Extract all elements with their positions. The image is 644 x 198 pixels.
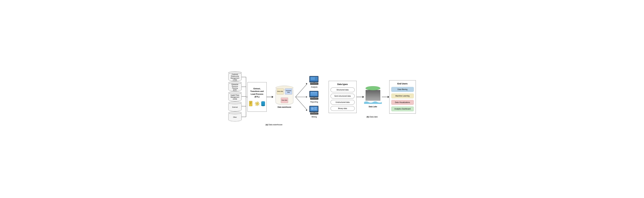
data-type-binary: Binary data bbox=[330, 106, 355, 111]
svg-line-20 bbox=[296, 97, 307, 110]
data-type-semi-structured: Semi-structured data bbox=[330, 94, 355, 98]
svg-line-18 bbox=[296, 84, 307, 97]
outputs-section: Analysis bbox=[309, 76, 320, 118]
output-reporting-label: Reporting bbox=[310, 101, 318, 103]
section-a: CustomerRelationshipManagement(CRM) Ente… bbox=[228, 72, 320, 126]
end-user-data-filtering: Data filtering bbox=[391, 87, 414, 92]
svg-rect-16 bbox=[261, 103, 265, 104]
svg-rect-9 bbox=[250, 103, 251, 103]
source-lines-svg bbox=[242, 73, 248, 121]
svg-rect-50 bbox=[315, 92, 317, 93]
data-type-structured: Structured data bbox=[330, 87, 355, 92]
svg-rect-28 bbox=[312, 83, 313, 84]
analysis-monitor-icon bbox=[309, 76, 320, 85]
end-user-analytics-dashboard: Analytics Dashboard bbox=[391, 106, 414, 111]
other-cylinder: Other bbox=[228, 113, 242, 121]
etl-barrel-icon bbox=[261, 101, 265, 106]
svg-marker-22 bbox=[306, 96, 307, 98]
output-analysis-label: Analysis bbox=[311, 86, 318, 88]
svg-rect-8 bbox=[250, 102, 252, 103]
svg-rect-27 bbox=[311, 83, 312, 84]
dw-summary-box: Summary data bbox=[285, 88, 292, 94]
source-other: Other bbox=[228, 113, 242, 121]
source-external: External bbox=[228, 103, 242, 111]
etl-icons bbox=[249, 101, 265, 106]
caption-b-text: Data lake bbox=[370, 116, 378, 118]
scm-cylinder: Supply ChainManagement(SCM) bbox=[228, 92, 242, 101]
output-mining-label: Mining bbox=[312, 116, 317, 118]
lake-to-endusers-arrow bbox=[382, 96, 389, 98]
svg-rect-63 bbox=[314, 107, 317, 108]
source-crm: CustomerRelationshipManagement(CRM) bbox=[228, 72, 242, 81]
source-erp: EnterpriseResourcePlanning(ERP) bbox=[228, 82, 242, 91]
caption-a-text: Data warehouse bbox=[268, 124, 282, 126]
svg-rect-46 bbox=[314, 97, 315, 98]
svg-rect-56 bbox=[313, 113, 314, 114]
sources-column: CustomerRelationshipManagement(CRM) Ente… bbox=[228, 72, 242, 121]
end-user-machine-learning: Machine Learning bbox=[391, 93, 414, 98]
external-cylinder: External bbox=[228, 103, 242, 111]
svg-rect-48 bbox=[311, 92, 312, 93]
svg-rect-30 bbox=[314, 83, 315, 84]
svg-rect-59 bbox=[316, 113, 317, 114]
output-mining: Mining bbox=[309, 106, 320, 118]
mining-monitor-icon bbox=[309, 106, 320, 115]
scm-label: Supply ChainManagement(SCM) bbox=[230, 94, 239, 100]
dw-to-outputs-fan bbox=[296, 81, 309, 113]
svg-rect-49 bbox=[313, 92, 315, 93]
etl-box: Extract, Transform and Load Process (ETL… bbox=[248, 82, 267, 112]
svg-point-11 bbox=[256, 103, 258, 105]
svg-rect-64 bbox=[314, 108, 316, 109]
source-connectors bbox=[242, 73, 248, 121]
svg-rect-33 bbox=[314, 82, 315, 83]
output-reporting: Reporting bbox=[309, 91, 320, 103]
svg-rect-7 bbox=[249, 101, 252, 106]
svg-rect-43 bbox=[314, 98, 315, 99]
other-label: Other bbox=[233, 116, 237, 118]
reporting-monitor-icon bbox=[309, 91, 320, 100]
svg-point-62 bbox=[311, 108, 314, 110]
svg-rect-65 bbox=[314, 109, 316, 110]
svg-rect-34 bbox=[310, 77, 315, 80]
svg-rect-57 bbox=[314, 113, 315, 114]
lake-water-waves bbox=[364, 100, 382, 104]
dw-label: Data warehouse bbox=[278, 106, 291, 108]
lake-cylinder-body bbox=[366, 90, 380, 101]
svg-rect-17 bbox=[261, 104, 265, 104]
datatypes-to-lake-arrow bbox=[356, 96, 364, 98]
end-user-data-visualizations: Data Visualizations bbox=[391, 100, 414, 105]
data-types-box: Data types Structured data Semi-structur… bbox=[329, 81, 356, 113]
dw-meta-box: Meta data bbox=[277, 88, 284, 94]
dw-section: Meta data Summary data Raw data Data war… bbox=[274, 86, 296, 108]
svg-rect-40 bbox=[311, 98, 312, 99]
section-b: Data types Structured data Semi-structur… bbox=[329, 80, 416, 118]
crm-cylinder: CustomerRelationshipManagement(CRM) bbox=[228, 72, 242, 81]
caption-a: (a) Data warehouse bbox=[266, 124, 282, 126]
svg-rect-44 bbox=[315, 98, 316, 99]
svg-rect-31 bbox=[315, 83, 316, 84]
lake-cylinder-top bbox=[366, 86, 380, 90]
end-users-title: End Users bbox=[391, 82, 414, 85]
svg-rect-42 bbox=[313, 98, 314, 99]
data-lake-label: Data Lake bbox=[369, 106, 377, 108]
etl-to-dw-arrow bbox=[267, 96, 274, 98]
end-users-box: End Users Data filtering Machine Learnin… bbox=[389, 80, 416, 114]
data-type-unstructured: Unstructured data bbox=[330, 100, 355, 105]
svg-point-15 bbox=[261, 105, 265, 106]
svg-rect-60 bbox=[314, 112, 315, 113]
svg-rect-54 bbox=[311, 113, 312, 114]
svg-rect-32 bbox=[316, 83, 317, 84]
data-lake-visual bbox=[364, 86, 382, 104]
svg-rect-55 bbox=[312, 113, 313, 114]
output-analysis: Analysis bbox=[309, 76, 320, 88]
svg-rect-41 bbox=[312, 98, 313, 99]
dw-raw-box: Raw data bbox=[281, 97, 288, 103]
etl-doc-icon bbox=[249, 101, 254, 106]
svg-rect-58 bbox=[315, 113, 316, 114]
svg-rect-45 bbox=[316, 98, 317, 99]
svg-rect-10 bbox=[250, 104, 251, 104]
data-lake-section: Data Lake bbox=[364, 86, 382, 108]
crm-label: CustomerRelationshipManagement(CRM) bbox=[230, 73, 239, 81]
svg-rect-36 bbox=[315, 79, 318, 80]
source-scm: Supply ChainManagement(SCM) bbox=[228, 92, 242, 101]
